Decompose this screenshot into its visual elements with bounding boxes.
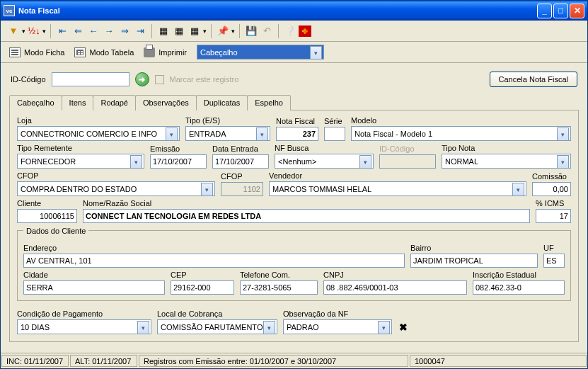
- section-dropdown[interactable]: Cabeçalho: [197, 45, 324, 59]
- status-alt: ALT: 01/11/2007: [70, 355, 137, 367]
- tab-cabecalho[interactable]: Cabeçalho: [9, 95, 62, 110]
- cond-label: Condição de Pagamento: [17, 310, 151, 318]
- emissao-input[interactable]: [150, 154, 207, 169]
- modo-tabela[interactable]: Modo Tabela: [74, 47, 134, 57]
- local-select[interactable]: COMISSÃO FARUTAMENTO: [157, 319, 277, 334]
- section-dropdown-value: Cabeçalho: [200, 48, 238, 57]
- tab-observacoes[interactable]: Observações: [135, 95, 197, 110]
- vendedor-label: Vendedor: [269, 171, 526, 180]
- imprimir[interactable]: Imprimir: [144, 47, 187, 57]
- form: Loja CONNECTRONIC COMERCIO E INFO Tipo (…: [9, 110, 579, 342]
- save-icon: 💾: [244, 24, 258, 38]
- modo-ficha-label: Modo Ficha: [24, 48, 64, 57]
- cidade-input[interactable]: [23, 280, 165, 295]
- marcar-checkbox: [155, 75, 164, 84]
- first-icon[interactable]: ⇤: [55, 24, 69, 38]
- minimize-button[interactable]: _: [537, 4, 552, 18]
- serie-label: Série: [324, 117, 345, 125]
- id-codigo-input[interactable]: [52, 72, 129, 86]
- window-buttons: _ □ ✕: [537, 4, 584, 18]
- status-reg: Registros com Emissão entre: 01/10/2007 …: [139, 355, 408, 367]
- grid2-icon[interactable]: ▦: [172, 24, 186, 38]
- next-icon[interactable]: ⇒: [117, 24, 132, 38]
- idcodigo2-label: ID-Código: [379, 144, 436, 153]
- marcar-label: Marcar este registro: [170, 75, 239, 84]
- uf-input[interactable]: [543, 254, 565, 268]
- cfop2-label: CFOP: [221, 172, 263, 181]
- obs-select[interactable]: PADRAO: [283, 319, 392, 334]
- tab-container: Cabeçalho Itens Rodapé Observações Dupli…: [9, 94, 579, 342]
- last-icon[interactable]: ⇥: [133, 24, 147, 38]
- cnpj-input[interactable]: [323, 280, 467, 295]
- cancela-button[interactable]: Cancela Nota Fiscal: [490, 72, 577, 87]
- icms-input[interactable]: [536, 209, 571, 223]
- ie-label: Inscrição Estadual: [473, 271, 565, 279]
- help-icon[interactable]: ❔: [283, 24, 297, 38]
- nf-label: Nota Fiscal: [276, 117, 318, 125]
- tel-input[interactable]: [240, 280, 318, 295]
- cond-select[interactable]: 10 DIAS: [17, 319, 151, 334]
- tipo-nota-label: Tipo Nota: [442, 144, 571, 152]
- maximize-button[interactable]: □: [553, 4, 568, 18]
- tipo-es-select[interactable]: ENTRADA: [185, 126, 270, 141]
- back-icon[interactable]: ←: [86, 24, 100, 38]
- nf-input[interactable]: [276, 127, 318, 141]
- tipo-rem-select[interactable]: FORNECEDOR: [17, 154, 144, 169]
- bairro-input[interactable]: [410, 254, 538, 268]
- comissao-input[interactable]: [532, 182, 571, 196]
- app-icon: vc: [4, 5, 15, 16]
- loja-label: Loja: [17, 116, 180, 125]
- status-num: 1000047: [410, 355, 587, 367]
- tab-duplicatas[interactable]: Duplicatas: [196, 95, 248, 110]
- icms-label: % ICMS: [536, 199, 571, 208]
- undo-icon: ↶: [260, 24, 274, 38]
- filter-icon[interactable]: ▼: [6, 24, 21, 38]
- data-ent-label: Data Entrada: [212, 144, 269, 153]
- toolbar: ▼ ▾ ½↓ ▾ ⇤ ⇐ ← → ⇒ ⇥ ▦ ▦ ▦ ▾ 📌 ▾ 💾 ↶ ❔ ⎆: [1, 21, 587, 42]
- loja-select[interactable]: CONNECTRONIC COMERCIO E INFO: [17, 126, 180, 141]
- tab-rodape[interactable]: Rodapé: [93, 95, 136, 110]
- modo-ficha[interactable]: Modo Ficha: [9, 47, 64, 57]
- cep-label: CEP: [171, 271, 234, 279]
- modo-tabela-label: Modo Tabela: [89, 48, 134, 57]
- local-label: Local de Cobrança: [157, 310, 277, 318]
- titlebar: vc Nota Fiscal _ □ ✕: [1, 1, 587, 21]
- comissao-label: Comissão: [532, 172, 571, 181]
- cep-input[interactable]: [171, 280, 234, 295]
- uf-label: UF: [543, 244, 565, 252]
- cliente-label: Cliente: [17, 199, 77, 208]
- close-button[interactable]: ✕: [570, 4, 584, 18]
- pin-icon[interactable]: 📌: [216, 24, 230, 38]
- cnpj-label: CNPJ: [323, 271, 467, 279]
- data-ent-input[interactable]: [212, 154, 269, 169]
- imprimir-label: Imprimir: [158, 48, 187, 57]
- window-title: Nota Fiscal: [18, 6, 537, 15]
- tab-itens[interactable]: Itens: [62, 95, 94, 110]
- tel-label: Telefone Com.: [240, 271, 318, 279]
- tipo-nota-select[interactable]: NORMAL: [442, 154, 571, 169]
- vendedor-select[interactable]: MARCOS TOMMASI HELAL: [269, 181, 526, 196]
- fwd-icon[interactable]: →: [102, 24, 116, 38]
- window: vc Nota Fiscal _ □ ✕ ▼ ▾ ½↓ ▾ ⇤ ⇐ ← → ⇒ …: [0, 0, 588, 369]
- grid1-icon[interactable]: ▦: [156, 24, 171, 38]
- endereco-label: Endereço: [23, 244, 405, 252]
- idcodigo2-input: [379, 154, 436, 169]
- status-inc: INC: 01/11/2007: [1, 355, 69, 367]
- cfop-select[interactable]: COMPRA DENTRO DO ESTADO: [17, 181, 215, 196]
- tab-espelho[interactable]: Espelho: [247, 95, 291, 110]
- endereco-input[interactable]: [23, 254, 405, 268]
- modelo-select[interactable]: Nota Fiscal - Modelo 1: [351, 126, 571, 141]
- prev-icon[interactable]: ⇐: [71, 24, 85, 38]
- grid3-icon[interactable]: ▦: [188, 24, 202, 38]
- exit-icon[interactable]: ⎆: [299, 25, 311, 37]
- sort-icon[interactable]: ½↓: [27, 24, 41, 38]
- razao-input[interactable]: [83, 209, 530, 223]
- cliente-input[interactable]: [17, 209, 77, 223]
- clear-obs-button[interactable]: ✖: [396, 322, 410, 333]
- bairro-label: Bairro: [410, 244, 538, 252]
- go-button[interactable]: ➜: [135, 72, 149, 86]
- content: ID-Código ➜ Marcar este registro Cancela…: [1, 63, 587, 353]
- ie-input[interactable]: [473, 280, 565, 295]
- serie-input[interactable]: [324, 127, 345, 141]
- nf-busca-select[interactable]: <Nenhum>: [275, 154, 374, 169]
